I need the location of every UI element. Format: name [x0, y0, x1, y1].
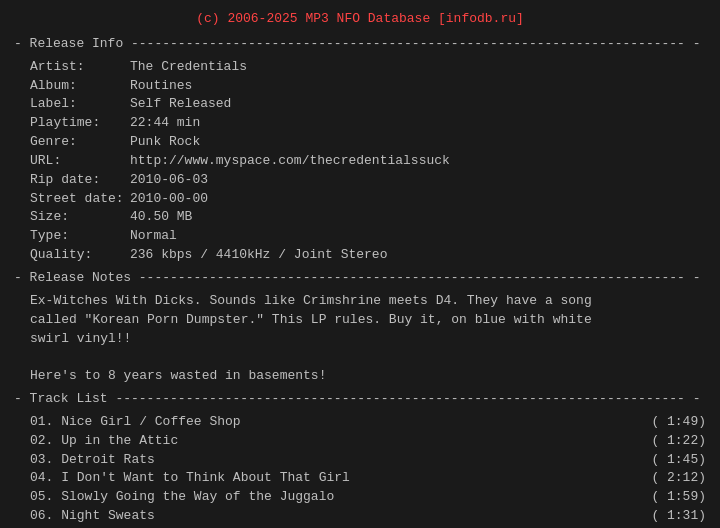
track-duration: ( 1:59)	[651, 488, 706, 507]
album-value: Routines	[130, 77, 192, 96]
track-duration: ( 1:22)	[651, 432, 706, 451]
notes-line3: swirl vinyl!!	[30, 330, 706, 349]
release-info-block: Artist: The Credentials Album: Routines …	[30, 58, 706, 265]
track-row: 01. Nice Girl / Coffee Shop( 1:49)	[30, 413, 706, 432]
street-date-row: Street date: 2010-00-00	[30, 190, 706, 209]
track-duration: ( 1:45)	[651, 451, 706, 470]
track-row: 02. Up in the Attic( 1:22)	[30, 432, 706, 451]
track-title: 02. Up in the Attic	[30, 432, 651, 451]
url-value: http://www.myspace.com/thecredentialssuc…	[130, 152, 450, 171]
playtime-value: 22:44 min	[130, 114, 200, 133]
track-title: 06. Night Sweats	[30, 507, 651, 526]
artist-value: The Credentials	[130, 58, 247, 77]
type-label: Type:	[30, 227, 130, 246]
track-row: 04. I Don't Want to Think About That Gir…	[30, 469, 706, 488]
url-label: URL:	[30, 152, 130, 171]
notes-line4	[30, 348, 706, 367]
quality-value: 236 kbps / 4410kHz / Joint Stereo	[130, 246, 387, 265]
track-title: 01. Nice Girl / Coffee Shop	[30, 413, 651, 432]
label-value: Self Released	[130, 95, 231, 114]
quality-row: Quality: 236 kbps / 4410kHz / Joint Ster…	[30, 246, 706, 265]
genre-label: Genre:	[30, 133, 130, 152]
quality-label: Quality:	[30, 246, 130, 265]
size-row: Size: 40.50 MB	[30, 208, 706, 227]
playtime-row: Playtime: 22:44 min	[30, 114, 706, 133]
track-row: 05. Slowly Going the Way of the Juggalo(…	[30, 488, 706, 507]
artist-row: Artist: The Credentials	[30, 58, 706, 77]
track-duration: ( 1:49)	[651, 413, 706, 432]
rip-date-label: Rip date:	[30, 171, 130, 190]
rip-date-row: Rip date: 2010-06-03	[30, 171, 706, 190]
track-title: 04. I Don't Want to Think About That Gir…	[30, 469, 651, 488]
track-duration: ( 1:31)	[651, 507, 706, 526]
track-duration: ( 2:12)	[651, 469, 706, 488]
track-title: 05. Slowly Going the Way of the Juggalo	[30, 488, 651, 507]
genre-row: Genre: Punk Rock	[30, 133, 706, 152]
street-date-label: Street date:	[30, 190, 130, 209]
notes-line5: Here's to 8 years wasted in basements!	[30, 367, 706, 386]
label-label: Label:	[30, 95, 130, 114]
release-notes-divider: - Release Notes ------------------------…	[14, 269, 706, 288]
street-date-value: 2010-00-00	[130, 190, 208, 209]
release-info-divider: - Release Info -------------------------…	[14, 35, 706, 54]
album-label: Album:	[30, 77, 130, 96]
rip-date-value: 2010-06-03	[130, 171, 208, 190]
release-notes-block: Ex-Witches With Dicks. Sounds like Crims…	[30, 292, 706, 386]
playtime-label: Playtime:	[30, 114, 130, 133]
type-value: Normal	[130, 227, 177, 246]
size-label: Size:	[30, 208, 130, 227]
title-line: (c) 2006-2025 MP3 NFO Database [infodb.r…	[14, 10, 706, 29]
notes-line2: called "Korean Porn Dumpster." This LP r…	[30, 311, 706, 330]
url-row: URL: http://www.myspace.com/thecredentia…	[30, 152, 706, 171]
track-row: 03. Detroit Rats( 1:45)	[30, 451, 706, 470]
size-value: 40.50 MB	[130, 208, 192, 227]
track-title: 03. Detroit Rats	[30, 451, 651, 470]
track-row: 06. Night Sweats( 1:31)	[30, 507, 706, 526]
notes-line1: Ex-Witches With Dicks. Sounds like Crims…	[30, 292, 706, 311]
track-list-divider: - Track List ---------------------------…	[14, 390, 706, 409]
tracklist-block: 01. Nice Girl / Coffee Shop( 1:49)02. Up…	[30, 413, 706, 528]
artist-label: Artist:	[30, 58, 130, 77]
type-row: Type: Normal	[30, 227, 706, 246]
album-row: Album: Routines	[30, 77, 706, 96]
genre-value: Punk Rock	[130, 133, 200, 152]
label-row: Label: Self Released	[30, 95, 706, 114]
